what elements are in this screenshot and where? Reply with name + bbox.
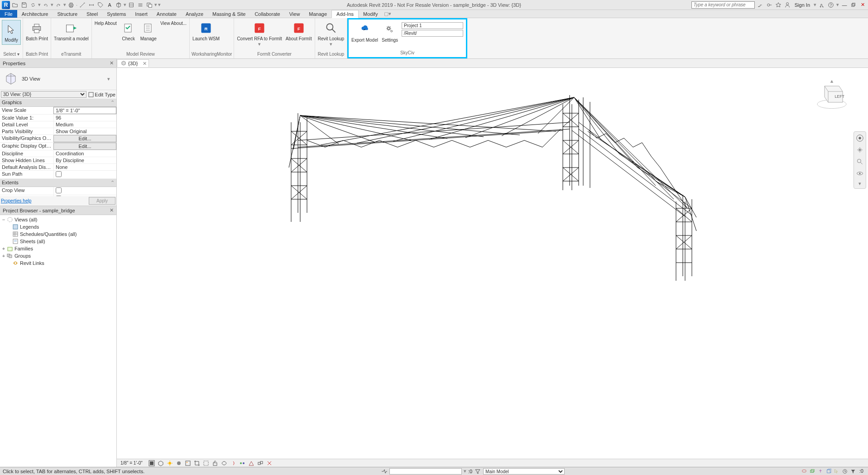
- qat-customize-icon[interactable]: ▾: [158, 2, 161, 8]
- rendering-icon[interactable]: [184, 460, 192, 467]
- sync-icon[interactable]: [29, 1, 37, 9]
- help-dropdown-icon[interactable]: ▾: [836, 2, 839, 8]
- property-value[interactable]: Medium: [53, 121, 116, 128]
- filter-selection-icon[interactable]: [849, 468, 857, 475]
- skyciv-settings-button[interactable]: Settings: [381, 21, 399, 43]
- status-input[interactable]: [389, 468, 462, 475]
- drawing-canvas[interactable]: LEFT ▾: [117, 68, 868, 459]
- cat-collapse-icon[interactable]: ⌃: [110, 100, 115, 106]
- property-checkbox[interactable]: [56, 171, 62, 177]
- launch-wsm-button[interactable]: R Launch WSM: [192, 20, 221, 42]
- property-value[interactable]: Edit...: [53, 135, 116, 142]
- tab-structure[interactable]: Structure: [53, 10, 82, 18]
- temp-hide-icon[interactable]: [221, 460, 228, 467]
- tree-item[interactable]: Legends: [1, 223, 115, 230]
- properties-help-link[interactable]: Properties help: [1, 198, 89, 203]
- check-button[interactable]: Check: [120, 20, 138, 42]
- orbit-icon[interactable]: [855, 169, 864, 178]
- redo-dropdown-icon[interactable]: ▾: [63, 2, 66, 8]
- tab-addins[interactable]: Add-Ins: [331, 10, 359, 18]
- tab-systems[interactable]: Systems: [102, 10, 130, 18]
- measure-icon[interactable]: [78, 1, 86, 9]
- zoom-icon[interactable]: [855, 157, 864, 166]
- navbar-expand-icon[interactable]: ▾: [858, 181, 861, 187]
- convert-rfa-button[interactable]: F Convert RFA to FormIt ▾: [236, 20, 283, 48]
- revit-lookup-button[interactable]: Revit Lookup ▾: [317, 20, 345, 48]
- help-icon[interactable]: ?: [827, 1, 834, 9]
- tab-insert[interactable]: Insert: [130, 10, 152, 18]
- select-underlay-icon[interactable]: [809, 468, 816, 475]
- close-window-icon[interactable]: ✕: [859, 1, 866, 9]
- close-inactive-icon[interactable]: [145, 1, 153, 9]
- skyciv-path-input[interactable]: [402, 30, 463, 37]
- signin-dropdown-icon[interactable]: ▾: [814, 2, 816, 8]
- ribbon-expand-icon[interactable]: ▢▾: [382, 10, 393, 18]
- property-value[interactable]: Coordination: [53, 150, 116, 157]
- section-icon[interactable]: [127, 1, 135, 9]
- property-value[interactable]: 96: [53, 115, 116, 121]
- tree-item[interactable]: Schedules/Quantities (all): [1, 230, 115, 238]
- pan-icon[interactable]: [855, 145, 864, 154]
- crop-view-icon[interactable]: [193, 460, 201, 467]
- unlocked-icon[interactable]: [211, 460, 219, 467]
- property-value[interactable]: None: [53, 164, 116, 170]
- background-processes-icon[interactable]: [841, 468, 849, 475]
- tab-file[interactable]: File: [0, 10, 17, 18]
- worksharing-display-icon[interactable]: [239, 460, 246, 467]
- tab-view[interactable]: View: [285, 10, 305, 18]
- switch-win-dropdown-icon[interactable]: ▾: [154, 2, 157, 8]
- detail-level-icon[interactable]: [148, 460, 155, 467]
- crop-region-icon[interactable]: [202, 460, 210, 467]
- about-formit-button[interactable]: F About FormIt: [285, 20, 313, 42]
- tab-massing[interactable]: Massing & Site: [208, 10, 250, 18]
- view-tab-3d[interactable]: {3D} ✕: [117, 59, 149, 67]
- infocenter-search[interactable]: [691, 1, 755, 9]
- align-dim-icon[interactable]: [87, 1, 96, 9]
- lookup-dropdown-icon[interactable]: ▾: [330, 41, 332, 47]
- fullnav-wheel-icon[interactable]: [855, 134, 864, 143]
- view3d-dropdown-icon[interactable]: ▾: [124, 2, 126, 8]
- properties-instance-selector[interactable]: 3D View: {3D}: [1, 91, 86, 98]
- highlight-displace-icon[interactable]: [257, 460, 264, 467]
- select-pinned-icon[interactable]: [817, 468, 824, 475]
- thinlines-icon[interactable]: [136, 1, 144, 9]
- property-value[interactable]: Edit...: [53, 143, 116, 150]
- tree-toggle-icon[interactable]: +: [1, 253, 6, 259]
- keyconcepts-icon[interactable]: [766, 1, 773, 9]
- ribbon-group-select[interactable]: Select ▾: [2, 52, 21, 58]
- shadows-icon[interactable]: [175, 460, 182, 467]
- tree-item[interactable]: −Views (all): [1, 216, 115, 223]
- favorites-icon[interactable]: [775, 1, 782, 9]
- tab-architecture[interactable]: Architecture: [17, 10, 53, 18]
- tree-item[interactable]: Sheets (all): [1, 238, 115, 245]
- minimize-icon[interactable]: —: [841, 1, 848, 9]
- property-value[interactable]: [53, 187, 116, 195]
- type-dropdown-icon[interactable]: ▾: [107, 76, 113, 82]
- redo-icon[interactable]: [54, 1, 62, 9]
- reveal-constraints-icon[interactable]: [266, 460, 273, 467]
- tab-modify[interactable]: Modify: [359, 10, 382, 18]
- select-face-icon[interactable]: [825, 468, 832, 475]
- search-icon[interactable]: [757, 1, 764, 9]
- status-dropdown-icon[interactable]: ▾: [464, 468, 466, 474]
- view-tab-close-icon[interactable]: ✕: [143, 61, 147, 67]
- exchange-icon[interactable]: [818, 1, 825, 9]
- tab-annotate[interactable]: Annotate: [152, 10, 181, 18]
- export-model-button[interactable]: Export Model: [350, 21, 379, 43]
- text-icon[interactable]: A: [106, 1, 114, 9]
- batch-print-button[interactable]: Batch Print: [25, 20, 49, 42]
- analytical-model-icon[interactable]: [248, 460, 255, 467]
- tab-steel[interactable]: Steel: [82, 10, 102, 18]
- browser-close-icon[interactable]: ✕: [110, 207, 114, 213]
- drag-elements-icon[interactable]: [833, 468, 840, 475]
- tree-item[interactable]: +Groups: [1, 252, 115, 259]
- undo-dropdown-icon[interactable]: ▾: [51, 2, 53, 8]
- help-about-button[interactable]: Help About: [94, 20, 118, 27]
- cat-collapse-icon[interactable]: ⌃: [110, 180, 115, 186]
- tree-toggle-icon[interactable]: +: [1, 246, 6, 251]
- tab-analyze[interactable]: Analyze: [181, 10, 208, 18]
- property-value[interactable]: By Discipline: [53, 157, 116, 163]
- default3d-icon[interactable]: [115, 1, 123, 9]
- user-icon[interactable]: [784, 1, 791, 9]
- project-browser-tree[interactable]: −Views (all)LegendsSchedules/Quantities …: [0, 215, 116, 467]
